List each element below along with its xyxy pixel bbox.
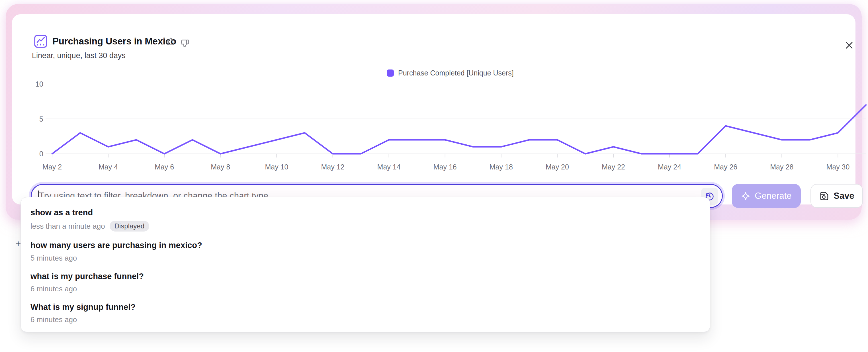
x-axis-label: May 18 bbox=[490, 163, 513, 171]
x-axis-label: May 4 bbox=[98, 163, 118, 171]
thumbs-down-icon bbox=[180, 38, 190, 48]
y-axis-label: 10 bbox=[35, 80, 43, 88]
thumbs-up-button[interactable] bbox=[166, 37, 176, 47]
close-button[interactable] bbox=[843, 39, 856, 52]
x-axis-label: May 26 bbox=[714, 163, 737, 171]
history-dropdown: show as a trend less than a minute ago D… bbox=[21, 197, 710, 332]
x-axis-label: May 28 bbox=[770, 163, 794, 171]
history-item-time: less than a minute ago bbox=[30, 222, 105, 231]
y-axis-label: 0 bbox=[39, 150, 43, 158]
save-icon bbox=[819, 191, 830, 201]
history-item[interactable]: What is my signup funnel? 6 minutes ago bbox=[21, 298, 710, 328]
page-background: Purchasing Users in Mexico Linear, uniqu… bbox=[0, 0, 868, 352]
save-label: Save bbox=[834, 191, 854, 201]
insight-card: Purchasing Users in Mexico Linear, uniqu… bbox=[12, 14, 856, 204]
history-item[interactable]: what is my purchase funnel? 6 minutes ag… bbox=[21, 267, 710, 298]
x-axis-label: May 8 bbox=[211, 163, 230, 171]
x-axis-label: May 2 bbox=[42, 163, 62, 171]
sparkle-icon bbox=[741, 191, 750, 201]
history-item-time: 6 minutes ago bbox=[30, 315, 77, 324]
displayed-badge: Displayed bbox=[110, 221, 149, 231]
y-axis-label: 5 bbox=[39, 115, 43, 123]
data-series-line bbox=[52, 105, 866, 154]
history-item-query: What is my signup funnel? bbox=[30, 302, 700, 312]
x-axis-label: May 30 bbox=[826, 163, 849, 171]
x-axis-label: May 6 bbox=[155, 163, 174, 171]
x-axis-label: May 12 bbox=[321, 163, 345, 171]
history-item-query: how many users are purchasing in mexico? bbox=[30, 240, 700, 250]
history-item[interactable]: how many users are purchasing in mexico?… bbox=[21, 236, 710, 266]
history-item-time: 5 minutes ago bbox=[30, 254, 77, 263]
x-axis-label: May 14 bbox=[377, 163, 401, 171]
save-button[interactable]: Save bbox=[810, 184, 863, 208]
history-item-query: show as a trend bbox=[30, 207, 700, 218]
generate-button[interactable]: Generate bbox=[732, 184, 801, 208]
history-item[interactable]: show as a trend less than a minute ago D… bbox=[21, 203, 710, 236]
x-axis-label: May 22 bbox=[602, 163, 625, 171]
x-axis-label: May 20 bbox=[546, 163, 569, 171]
plus-icon: + bbox=[16, 238, 21, 249]
x-axis-label: May 24 bbox=[658, 163, 681, 171]
card-subtitle: Linear, unique, last 30 days bbox=[32, 51, 126, 60]
legend-swatch bbox=[387, 69, 394, 76]
legend-label: Purchase Completed [Unique Users] bbox=[398, 69, 514, 77]
card-title: Purchasing Users in Mexico bbox=[53, 36, 176, 47]
history-item-query: what is my purchase funnel? bbox=[30, 271, 700, 281]
generate-label: Generate bbox=[755, 191, 792, 201]
chart-legend: Purchase Completed [Unique Users] bbox=[387, 69, 514, 77]
thumbs-up-icon bbox=[166, 37, 176, 47]
x-axis-label: May 10 bbox=[265, 163, 288, 171]
history-item-time: 6 minutes ago bbox=[30, 285, 77, 293]
line-chart-icon bbox=[34, 34, 48, 49]
thumbs-down-button[interactable] bbox=[180, 38, 190, 48]
close-icon bbox=[843, 40, 855, 51]
x-axis-label: May 16 bbox=[433, 163, 457, 171]
